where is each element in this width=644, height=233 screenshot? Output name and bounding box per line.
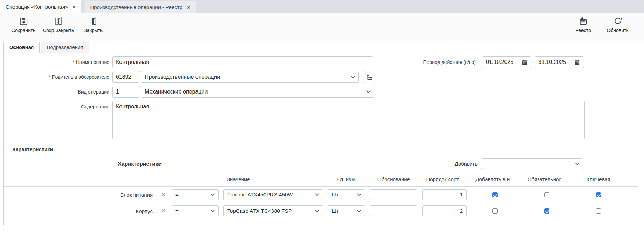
sort-order-input[interactable] — [422, 189, 467, 200]
parent-select-value: Производственные операции — [145, 74, 220, 80]
period-from-value: 01.10.2025 — [486, 59, 513, 65]
close-icon[interactable]: ✕ — [72, 4, 76, 9]
checkbox-key[interactable] — [596, 192, 601, 197]
delete-x-icon[interactable]: ✕ — [157, 192, 169, 197]
close-icon[interactable]: ✕ — [186, 5, 191, 10]
characteristic-name: Корпус — [4, 208, 157, 214]
tab-departments-label: Подразделения — [47, 45, 83, 50]
registry-list-icon — [579, 17, 588, 26]
tab-main[interactable]: Основная — [3, 42, 40, 53]
tab-label: Производственные операции - Реестр — [90, 4, 182, 10]
close-button[interactable]: Закрыть — [76, 16, 110, 34]
refresh-icon — [613, 17, 623, 26]
column-header-required: Обязательнос... — [521, 176, 573, 182]
parent-select[interactable]: Производственные операции — [141, 71, 359, 83]
value-select-value: TopCase ATX TC4380 FSP — [227, 208, 292, 214]
save-button-label: Сохранить — [11, 28, 36, 33]
value-select[interactable]: FoxLine ATX450PRS 450W — [223, 189, 323, 200]
window-tab-bar: Операция «Контрольная» ✕ Производственны… — [0, 0, 644, 13]
content-textarea[interactable]: Контрольная — [112, 101, 585, 139]
calendar-icon[interactable] — [574, 59, 580, 65]
value-select[interactable]: TopCase ATX TC4380 FSP — [223, 205, 323, 216]
period-from-input[interactable]: 01.10.2025 — [482, 56, 531, 68]
characteristics-table-title: Характеристики — [118, 161, 162, 167]
column-header-sort-order: Порядок сорт... — [420, 176, 469, 182]
tab-main-label: Основная — [9, 45, 34, 50]
operation-kind-row: Вид операции Механические операции — [4, 86, 638, 98]
column-header-unit: Ед. изм. — [325, 176, 367, 182]
unit-select[interactable]: Шт — [328, 189, 365, 200]
calendar-icon[interactable] — [522, 59, 528, 65]
condition-value: = — [175, 192, 179, 198]
main-form-panel: * Наименование Период действия (с/по) 01… — [3, 53, 638, 225]
operation-kind-select[interactable]: Механические операции — [141, 86, 374, 98]
name-row: * Наименование Период действия (с/по) 01… — [4, 56, 638, 68]
save-close-icon — [54, 17, 63, 26]
name-input[interactable] — [112, 56, 373, 68]
add-characteristic-select[interactable] — [481, 158, 583, 169]
chevron-down-icon — [315, 193, 319, 196]
chevron-down-icon — [575, 163, 579, 165]
checkbox-key[interactable] — [596, 208, 601, 214]
form-tab-bar: Основная Подразделения — [3, 41, 644, 53]
delete-x-icon[interactable]: ✕ — [157, 208, 169, 214]
checkbox-required[interactable] — [544, 192, 549, 197]
parent-label: * Родитель в обозревателе — [4, 74, 112, 80]
characteristic-name: Блок питания — [4, 192, 157, 198]
tab-departments[interactable]: Подразделения — [41, 42, 89, 53]
registry-button[interactable]: Реестр — [566, 16, 600, 34]
operation-kind-value: Механические операции — [145, 89, 208, 95]
checkbox-add-to-new[interactable] — [492, 208, 498, 214]
tab-label: Операция «Контрольная» — [6, 4, 68, 10]
unit-value: Шт — [331, 192, 339, 198]
column-header-justification: Обоснование — [367, 176, 420, 182]
value-select-value: FoxLine ATX450PRS 450W — [227, 192, 293, 198]
content-row: Содержание Контрольная — [4, 101, 638, 139]
tree-view-icon — [366, 74, 373, 80]
period-label: Период действия (с/по) — [423, 59, 476, 65]
chevron-down-icon — [211, 193, 215, 196]
justification-input[interactable] — [370, 189, 417, 200]
toolbar: Сохранить Сохр.Закрыть Закрыть — [0, 13, 644, 41]
refresh-button[interactable]: Обновить — [600, 16, 635, 34]
justification-input[interactable] — [370, 205, 417, 216]
checkbox-required[interactable] — [544, 208, 549, 214]
chevron-down-icon — [366, 90, 371, 93]
chevron-down-icon — [357, 210, 361, 212]
chevron-down-icon — [357, 193, 361, 196]
column-header-key: Ключевая — [573, 176, 624, 182]
unit-select[interactable]: Шт — [328, 205, 365, 216]
refresh-button-label: Обновить — [607, 28, 628, 33]
characteristics-table-header: Характеристики Добавить — [4, 156, 638, 172]
chevron-down-icon — [211, 210, 215, 212]
save-close-button-label: Сохр.Закрыть — [43, 28, 74, 33]
operation-kind-code-input[interactable] — [112, 86, 140, 98]
condition-select[interactable]: = — [172, 205, 219, 216]
checkbox-add-to-new[interactable] — [492, 192, 498, 197]
open-door-icon — [89, 17, 98, 26]
add-label: Добавить — [455, 161, 478, 167]
divider — [4, 219, 638, 219]
sort-order-input[interactable] — [422, 205, 467, 216]
chevron-down-icon — [315, 210, 319, 212]
period-to-value: 31.10.2025 — [538, 59, 566, 65]
floppy-disk-icon — [19, 17, 28, 26]
name-label: * Наименование — [4, 59, 112, 65]
close-button-label: Закрыть — [84, 28, 103, 33]
period-to-input[interactable]: 31.10.2025 — [535, 56, 584, 68]
save-close-button[interactable]: Сохр.Закрыть — [41, 16, 76, 34]
unit-value: Шт — [331, 208, 339, 214]
period-group: Период действия (с/по) 01.10.2025 31.10.… — [423, 56, 584, 68]
table-row: Корпус ✕ = TopCase ATX TC4380 FSP Шт — [4, 203, 638, 219]
content-label: Содержание — [4, 101, 112, 109]
tab-operation[interactable]: Операция «Контрольная» ✕ — [0, 0, 81, 13]
operation-kind-label: Вид операции — [4, 89, 112, 95]
condition-select[interactable]: = — [172, 189, 219, 200]
save-button[interactable]: Сохранить — [6, 16, 41, 34]
parent-code-input[interactable] — [112, 71, 140, 83]
registry-button-label: Реестр — [575, 28, 591, 33]
tab-operations-registry[interactable]: Производственные операции - Реестр ✕ — [85, 1, 196, 13]
column-header-add-to-new: Добавлять в н... — [469, 176, 521, 182]
open-tree-button[interactable] — [363, 71, 375, 83]
column-header-value: Значение — [221, 176, 325, 182]
